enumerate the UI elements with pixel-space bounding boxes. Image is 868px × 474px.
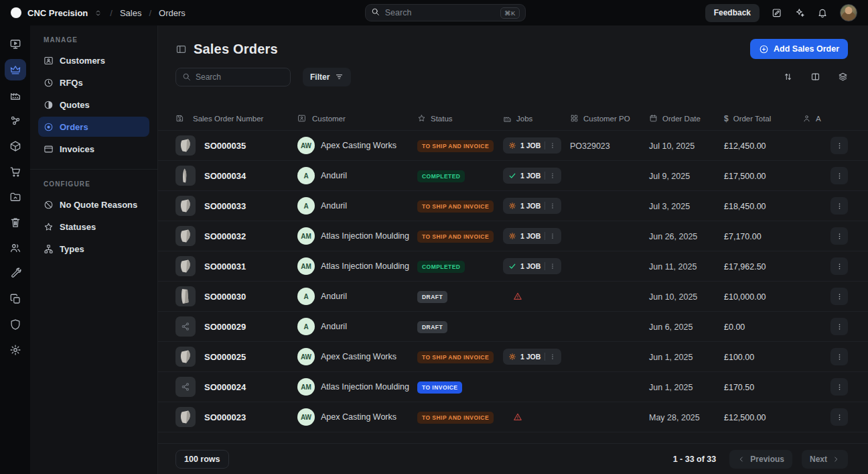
global-search-input[interactable] xyxy=(385,8,495,17)
search-shortcut-badge: ⌘K xyxy=(500,7,520,19)
sidebar-item-customers[interactable]: Customers xyxy=(38,50,149,70)
row-menu-button[interactable] xyxy=(830,348,848,365)
row-menu-button[interactable] xyxy=(830,378,848,396)
global-search[interactable]: ⌘K xyxy=(365,4,526,21)
sidebar-item-rfqs[interactable]: RFQs xyxy=(38,72,149,93)
jobs-menu-icon[interactable] xyxy=(549,141,556,150)
sidebar-item-types[interactable]: Types xyxy=(38,239,149,259)
order-date: Jun 11, 2025 xyxy=(649,262,697,272)
jobs-menu-icon[interactable] xyxy=(549,353,556,361)
columns-icon[interactable] xyxy=(810,72,820,82)
table-row[interactable]: SO000029 A Anduril DRAFT Jun 6, 2025 £0.… xyxy=(158,312,868,342)
cart-icon[interactable] xyxy=(5,161,26,182)
jobs-pill[interactable]: 1 JOB xyxy=(503,198,561,214)
copy-icon[interactable] xyxy=(5,288,26,310)
workspace-switcher-icon[interactable] xyxy=(94,9,102,17)
layers-icon[interactable] xyxy=(838,72,848,82)
bin-icon[interactable] xyxy=(5,212,26,233)
jobs-menu-icon[interactable] xyxy=(549,202,556,210)
rows-per-page-button[interactable]: 100 rows xyxy=(175,450,229,469)
sidebar-item-no-quote-reasons[interactable]: No Quote Reasons xyxy=(38,194,149,215)
header-customer-po[interactable]: Customer PO xyxy=(570,114,649,123)
row-menu-button[interactable] xyxy=(830,137,848,154)
customer-po: PO329023 xyxy=(570,141,610,151)
bell-icon[interactable] xyxy=(817,7,828,18)
row-menu-button[interactable] xyxy=(830,227,848,245)
sort-icon[interactable] xyxy=(783,72,793,82)
table-header: Sales Order Number Customer Status Jobs xyxy=(158,107,868,131)
order-total: £12,450.00 xyxy=(724,141,766,151)
header-status[interactable]: Status xyxy=(417,114,503,123)
folder-icon[interactable] xyxy=(5,186,26,208)
header-assignee[interactable]: A xyxy=(802,114,830,123)
jobs-menu-icon[interactable] xyxy=(549,172,556,180)
status-badge: TO INVOICE xyxy=(417,381,462,394)
table-row[interactable]: SO000032 AM Atlas Injection Moulding TO … xyxy=(158,221,868,251)
nodes-icon[interactable] xyxy=(5,110,26,131)
warning-icon xyxy=(513,292,522,301)
jobs-pill[interactable]: 1 JOB xyxy=(503,168,561,184)
sidebar-item-orders[interactable]: Orders xyxy=(38,117,149,137)
sidebar-item-invoices[interactable]: Invoices xyxy=(38,139,149,159)
table-row[interactable]: SO000034 A Anduril COMPLETED 1 JOB Jul 9… xyxy=(158,161,868,191)
header-order-date[interactable]: Order Date xyxy=(649,114,724,123)
table-row[interactable]: SO000024 AM Atlas Injection Moulding TO … xyxy=(158,372,868,402)
sidebar-item-quotes[interactable]: Quotes xyxy=(38,95,149,115)
search-icon xyxy=(182,72,191,81)
row-menu-button[interactable] xyxy=(830,257,848,275)
shield-icon[interactable] xyxy=(5,314,26,335)
row-menu-button[interactable] xyxy=(830,408,848,426)
table-row[interactable]: SO000025 AW Apex Casting Works TO SHIP A… xyxy=(158,342,868,372)
compose-icon[interactable] xyxy=(772,7,782,18)
table-row[interactable]: SO000033 A Anduril TO SHIP AND INVOICE 1… xyxy=(158,191,868,221)
sidebar-item-label: Orders xyxy=(60,122,88,132)
breadcrumb-orders[interactable]: Orders xyxy=(159,8,186,18)
table-row[interactable]: SO000035 AW Apex Casting Works TO SHIP A… xyxy=(158,131,868,161)
crown-icon[interactable] xyxy=(5,59,26,80)
table-search[interactable] xyxy=(175,68,291,86)
part-thumbnail xyxy=(175,286,196,306)
display-icon[interactable] xyxy=(5,34,26,55)
part-thumbnail xyxy=(175,196,196,216)
jobs-pill[interactable]: 1 JOB xyxy=(503,137,561,154)
sidebar-item-statuses[interactable]: Statuses xyxy=(38,217,149,237)
customer-avatar: AW xyxy=(297,137,315,154)
sidebar-item-label: Types xyxy=(60,244,84,254)
table-row[interactable]: SO000030 A Anduril DRAFT Jun 10, 2025 £1… xyxy=(158,282,868,312)
header-sales-order-number[interactable]: Sales Order Number xyxy=(175,114,297,123)
user-avatar[interactable] xyxy=(840,4,857,21)
panel-toggle-icon[interactable] xyxy=(175,44,187,55)
table-search-input[interactable] xyxy=(196,72,284,82)
sparkles-icon[interactable] xyxy=(794,7,805,18)
jobs-pill[interactable]: 1 JOB xyxy=(503,258,561,274)
header-jobs[interactable]: Jobs xyxy=(503,114,570,123)
jobs-pill[interactable]: 1 JOB xyxy=(503,228,561,244)
next-page-button[interactable]: Next xyxy=(802,450,848,469)
feedback-button[interactable]: Feedback xyxy=(705,4,760,22)
table-row[interactable]: SO000031 AM Atlas Injection Moulding COM… xyxy=(158,251,868,282)
header-customer[interactable]: Customer xyxy=(297,114,417,123)
cube-icon[interactable] xyxy=(5,135,26,157)
customer-name: Atlas Injection Moulding xyxy=(321,231,409,241)
customer-avatar: AM xyxy=(297,378,315,396)
filter-button[interactable]: Filter xyxy=(303,68,351,86)
header-order-total[interactable]: $ Order Total xyxy=(724,114,802,123)
row-menu-button[interactable] xyxy=(830,318,848,335)
workspace-name[interactable]: CNC Precision xyxy=(27,8,88,18)
users-icon[interactable] xyxy=(5,237,26,259)
jobs-menu-icon[interactable] xyxy=(549,232,556,240)
factory-icon[interactable] xyxy=(5,84,26,106)
row-menu-button[interactable] xyxy=(830,167,848,184)
app-window: CNC Precision / Sales / Orders ⌘K Feedba… xyxy=(0,0,868,474)
breadcrumb-sales[interactable]: Sales xyxy=(120,8,142,18)
previous-page-button[interactable]: Previous xyxy=(729,450,792,469)
row-menu-button[interactable] xyxy=(830,288,848,305)
jobs-pill[interactable]: 1 JOB xyxy=(503,349,561,365)
plus-circle-icon xyxy=(759,44,769,54)
add-sales-order-button[interactable]: Add Sales Order xyxy=(750,39,848,59)
customer-avatar: AW xyxy=(297,408,315,426)
wrench-icon[interactable] xyxy=(5,263,26,284)
row-menu-button[interactable] xyxy=(830,197,848,215)
jobs-menu-icon[interactable] xyxy=(549,262,556,270)
gear-icon[interactable] xyxy=(5,339,26,361)
